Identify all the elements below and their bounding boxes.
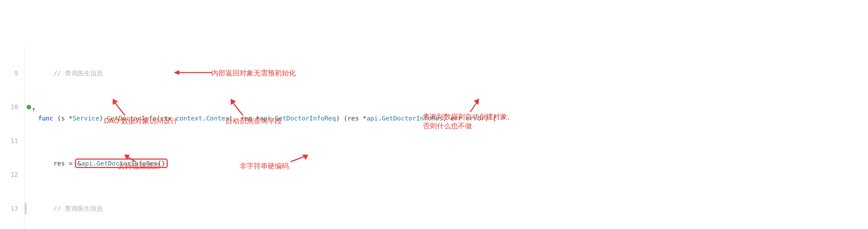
svg-line-6	[470, 101, 477, 112]
breakpoint-icon[interactable]	[27, 105, 31, 109]
code-line-12: // 查询医生信息	[38, 203, 514, 214]
arrow-icon	[469, 98, 483, 114]
svg-marker-5	[231, 99, 236, 105]
line-number: 9	[3, 68, 18, 79]
line-number: 11	[3, 135, 18, 147]
svg-marker-3	[113, 99, 118, 105]
gutter-markers: ↑	[25, 45, 35, 229]
line-number-gutter: 9 10 11 12 13 14 15 16 17 18 19 20 21	[0, 45, 25, 229]
line-number: 12	[3, 169, 18, 180]
code-line-9: // 查询医生信息	[38, 68, 514, 79]
code-area[interactable]: // 查询医生信息 func (s *Service) GetDoctorInf…	[35, 45, 514, 229]
svg-marker-7	[474, 99, 479, 105]
line-number: 10	[3, 101, 18, 113]
highlight-box-return-init: &api.GetDoctorInfoRes{}	[75, 159, 168, 168]
code-editor: 9 10 11 12 13 14 15 16 17 18 19 20 21 ↑ …	[0, 45, 868, 229]
line-number: 13	[3, 203, 18, 214]
code-line-11: res = &api.GetDoctorInfoRes{}	[38, 158, 514, 169]
modified-marker	[25, 203, 27, 214]
code-line-10: func (s *Service) GetDoctorInfo(ctx cont…	[38, 113, 514, 124]
